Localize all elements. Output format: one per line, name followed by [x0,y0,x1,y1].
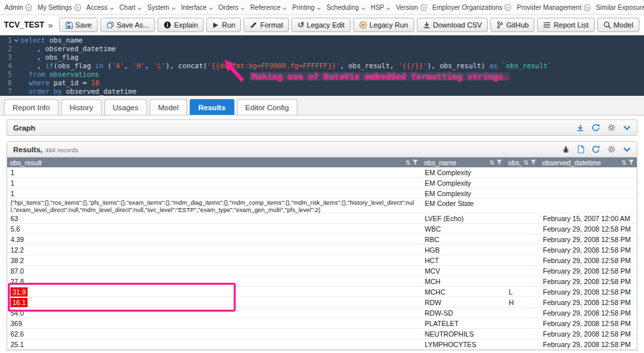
github-button[interactable]: GitHub [490,18,534,32]
gear-icon[interactable] [607,123,616,132]
app-window: AdminMy SettingsAccessChartSystemInterfa… [0,0,644,353]
list-icon [543,22,551,28]
nav-item-scheduling[interactable]: Scheduling [326,4,365,11]
explain-button[interactable]: Explain [158,18,204,32]
button-label: Report List [553,21,588,29]
nav-item-similar-exposure-groups-segs[interactable]: Similar Exposure Groups (SEGs) [596,4,644,11]
column-label: observed_datetime [542,159,619,167]
cell-obs_name: EM Complexity [421,190,505,197]
cell-observed_datetime: February 29, 2008 12:58 PM [540,309,637,317]
nav-item-access[interactable]: Access [87,4,114,11]
funnel-icon[interactable] [496,159,502,165]
save-button[interactable]: Save [59,18,98,32]
tab-report-info[interactable]: Report Info [4,99,58,115]
cell-obs_name: HCT [421,257,505,264]
nav-item-my-settings[interactable]: My Settings [37,4,81,11]
table-row: 16.1RDWHFebruary 29, 2008 12:58 PM [7,297,637,308]
format-button[interactable]: Format [244,18,289,32]
nav-item-version[interactable]: Version [396,4,427,11]
table-row: 62.6NEUTROPHILSFebruary 29, 2008 12:58 P… [7,329,637,339]
refresh-icon[interactable] [591,145,600,154]
results-panel-header[interactable]: Results, 494 records [7,141,637,157]
graph-panel-header[interactable]: Graph [7,119,637,136]
nav-item-provider-management[interactable]: Provider Management [517,4,590,11]
nav-item-interface[interactable]: Interface [181,4,213,11]
code-token: order by [20,87,62,95]
circle-chevron-icon [25,4,32,11]
nav-item-chart[interactable]: Chart [119,4,142,11]
save-as-icon [106,21,114,29]
report-expander[interactable]: » [48,20,53,30]
nav-item-employer-organizations[interactable]: Employer Organizations [433,4,512,11]
funnel-icon[interactable] [628,159,634,165]
tab-results[interactable]: Results [190,99,234,115]
cell-obs_result: 12.2 [7,246,421,254]
tab-model[interactable]: Model [150,99,187,115]
tab-usages[interactable]: Usages [104,99,147,115]
tiny-caret-icon [110,7,114,10]
refresh-icon[interactable] [591,123,600,132]
sql-editor[interactable]: 1select obs_name2 , observed_datetime3 ,… [0,35,644,96]
tab-label: Usages [113,104,139,112]
funnel-icon[interactable] [412,159,418,165]
sort-icon[interactable]: ⇅ [405,159,410,166]
cell-obs_result: 369 [7,320,421,327]
nav-item-hsp[interactable]: HSP [371,4,391,11]
code-text: from observations [20,70,99,79]
code-token: obs_result [349,62,390,70]
nav-item-reference[interactable]: Reference [250,4,287,11]
table-row: 369PLATELETFebruary 29, 2008 12:58 PM [7,318,637,329]
run-button[interactable]: Run [206,18,241,32]
results-table: obs_result⇅obs_name⇅obs_flag⇅observed_da… [7,157,637,350]
model-button[interactable]: Model [597,18,639,32]
legacy-run-button[interactable]: Legacy Run [353,18,414,32]
cell-obs_result: 63 [7,215,421,222]
circle-chevron-icon [74,4,81,11]
column-header-obs_flag[interactable]: obs_flag⇅ [505,157,540,167]
tab-label: Report Info [12,104,50,112]
gear-icon[interactable] [607,145,616,154]
column-header-obs_result[interactable]: obs_result⇅ [7,157,421,167]
chevron-down-icon[interactable] [623,147,631,152]
code-text: , obs_flag [20,53,79,62]
cell-obs_result: 31.9 [7,287,421,297]
fold-slot [12,62,20,70]
code-token: concat [178,62,203,70]
column-label: obs_name [424,159,487,167]
cell-observed_datetime: February 15, 2007 12:00 AM [540,215,637,222]
circle-chevron-icon [584,4,591,11]
sort-icon[interactable]: ⇅ [489,159,494,166]
cell-obs_name: NEUTROPHILS [421,330,505,338]
cell-obs_name: EM Complexity [421,169,505,176]
tiny-caret-icon [282,7,287,10]
cell-obs_name: RDW [421,299,505,306]
bug-icon[interactable] [562,146,570,154]
tiny-caret-icon [361,7,366,10]
column-header-obs_name[interactable]: obs_name⇅ [421,157,505,167]
report-list-button[interactable]: Report List [537,18,594,32]
legacy-edit-button[interactable]: ↺Legacy Edit [291,18,351,32]
code-token: observed_datetime [62,87,137,95]
code-token: ), [165,62,178,70]
nav-item-system[interactable]: System [147,4,175,11]
table-row: 5.6WBCFebruary 29, 2008 12:58 PM [7,224,637,234]
sort-icon[interactable]: ⇅ [523,159,528,166]
tab-editor-config[interactable]: Editor Config [237,99,297,115]
nav-item-label: System [147,4,169,11]
sort-icon[interactable]: ⇅ [621,159,626,166]
nav-item-admin[interactable]: Admin [5,4,32,11]
download-icon[interactable] [576,124,584,132]
tab-history[interactable]: History [61,99,102,115]
nav-item-printing[interactable]: Printing [292,4,321,11]
funnel-icon[interactable] [530,159,536,165]
line-number: 2 [0,45,12,53]
annotation-arrow-icon [221,59,247,83]
page-icon[interactable] [577,145,584,154]
line-number: 5 [0,70,12,79]
column-header-observed_datetime[interactable]: observed_datetime⇅ [540,157,637,167]
save-as-button[interactable]: Save As... [100,18,156,32]
nav-item-orders[interactable]: Orders [219,4,246,11]
nav-item-label: Version [396,4,418,11]
download-csv-button[interactable]: Download CSV [417,18,488,32]
chevron-down-icon[interactable] [623,125,631,131]
